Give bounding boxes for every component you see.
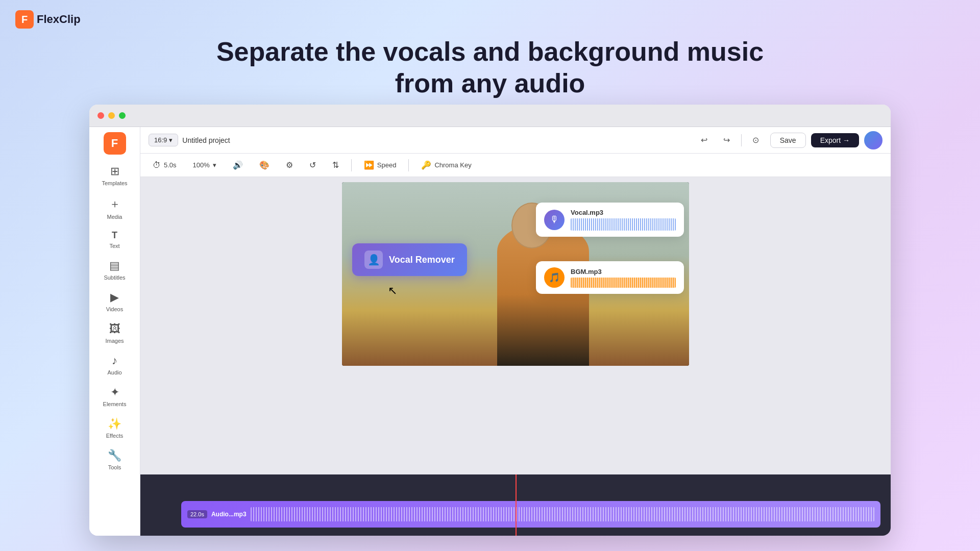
screenshot-button[interactable]: ⊙ [748, 132, 764, 148]
aspect-ratio-value: 16:9 [154, 136, 167, 144]
minimize-btn[interactable] [108, 112, 115, 119]
chroma-key-icon: 🔑 [421, 160, 431, 170]
adjust-item[interactable]: ⚙ [282, 158, 297, 172]
chevron-down-icon-zoom: ▾ [213, 161, 216, 169]
undo-button[interactable]: ↩ [696, 132, 713, 148]
sidebar-label-subtitles: Subtitles [104, 274, 125, 281]
divider [741, 134, 742, 146]
sidebar-label-effects: Effects [106, 433, 123, 439]
timeline-playhead [516, 474, 517, 536]
subtitles-icon: ▤ [109, 259, 120, 272]
tools-icon: 🔧 [108, 449, 121, 462]
sidebar-label-audio: Audio [107, 369, 121, 375]
timeline-track[interactable]: 22.0s Audio...mp3 [181, 501, 880, 528]
bgm-card: 🎵 BGM.mp3 [536, 261, 684, 294]
chevron-down-icon: ▾ [169, 136, 173, 144]
user-avatar[interactable] [864, 131, 883, 149]
sidebar-item-media[interactable]: ＋ Media [94, 192, 135, 224]
clock-icon: ⏱ [153, 161, 161, 170]
sidebar-item-subtitles[interactable]: ▤ Subtitles [94, 255, 135, 285]
reset-item[interactable]: ↺ [305, 158, 320, 172]
sidebar-label-videos: Videos [106, 306, 123, 312]
sidebar-item-audio[interactable]: ♪ Audio [94, 350, 135, 380]
track-filename: Audio...mp3 [211, 511, 247, 518]
vocal-info: Vocal.mp3 [571, 209, 676, 231]
duration-item[interactable]: ⏱ 5.0s [149, 159, 181, 172]
window-titlebar [89, 105, 891, 127]
media-icon: ＋ [109, 196, 120, 212]
redo-button[interactable]: ↪ [719, 132, 735, 148]
chroma-key-item[interactable]: 🔑 Chroma Key [417, 158, 475, 172]
sidebar-label-images: Images [105, 338, 124, 344]
speed-item[interactable]: ⏩ Speed [360, 158, 401, 172]
flip-item[interactable]: ⇅ [328, 158, 343, 172]
canvas-area: 👤 Vocal Remover ↖ 🎙 Vocal.mp3 [140, 177, 891, 474]
sidebar-logo-icon: F [104, 132, 126, 155]
logo-text: FlexClip [37, 13, 81, 26]
videos-icon: ▶ [110, 291, 119, 304]
sidebar-item-text[interactable]: T Text [94, 226, 135, 253]
logo-icon: F [15, 10, 34, 29]
flip-icon: ⇅ [332, 160, 339, 170]
speed-label: Speed [377, 161, 397, 169]
sidebar-label-text: Text [109, 243, 119, 249]
sidebar: F ⊞ Templates ＋ Media T Text ▤ Subtitles… [89, 127, 140, 536]
audio-icon: ♪ [112, 354, 117, 367]
vocal-remover-button[interactable]: 👤 Vocal Remover [352, 243, 467, 276]
zoom-value: 100% [193, 161, 210, 169]
vocal-remover-label: Vocal Remover [389, 255, 455, 265]
export-button[interactable]: Export → [811, 133, 859, 147]
headline-line2: from any audio [395, 68, 585, 98]
volume-icon: 🔊 [233, 160, 243, 170]
vocal-waveform [571, 218, 676, 231]
sidebar-label-media: Media [107, 214, 122, 220]
bgm-icon: 🎵 [544, 267, 565, 288]
reset-icon: ↺ [309, 160, 316, 170]
sidebar-item-images[interactable]: 🖼 Images [94, 318, 135, 348]
sidebar-item-tools[interactable]: 🔧 Tools [94, 445, 135, 474]
color-icon: 🎨 [259, 160, 270, 170]
video-preview: 👤 Vocal Remover ↖ 🎙 Vocal.mp3 [342, 182, 689, 366]
zoom-item[interactable]: 100% ▾ [189, 159, 220, 171]
volume-item[interactable]: 🔊 [229, 158, 247, 172]
sidebar-item-effects[interactable]: ✨ Effects [94, 413, 135, 443]
elements-icon: ✦ [110, 386, 119, 399]
sidebar-item-videos[interactable]: ▶ Videos [94, 287, 135, 316]
close-btn[interactable] [97, 112, 104, 119]
effects-icon: ✨ [108, 417, 121, 431]
project-title: Untitled project [182, 136, 230, 144]
toolbar-secondary: ⏱ 5.0s 100% ▾ 🔊 🎨 ⚙ ↺ [140, 154, 891, 177]
track-time: 22.0s [187, 510, 207, 518]
sidebar-label-tools: Tools [108, 464, 121, 470]
divider2 [408, 159, 409, 171]
bgm-filename: BGM.mp3 [571, 268, 676, 276]
images-icon: 🖼 [109, 322, 120, 336]
sidebar-item-elements[interactable]: ✦ Elements [94, 382, 135, 411]
toolbar-top: 16:9 ▾ Untitled project ↩ ↪ ⊙ Save Expor… [140, 127, 891, 154]
duration-value: 5.0s [164, 161, 177, 169]
timeline-area: 22.0s Audio...mp3 [140, 474, 891, 536]
bgm-info: BGM.mp3 [571, 268, 676, 288]
sidebar-label-templates: Templates [102, 180, 127, 186]
chroma-key-label: Chroma Key [434, 161, 471, 169]
bgm-waveform [571, 278, 676, 288]
vocal-filename: Vocal.mp3 [571, 209, 676, 216]
adjust-icon: ⚙ [286, 160, 293, 170]
audio-track[interactable]: 22.0s Audio...mp3 [181, 501, 880, 528]
save-button[interactable]: Save [770, 133, 806, 148]
aspect-ratio-button[interactable]: 16:9 ▾ [149, 134, 178, 146]
maximize-btn[interactable] [119, 112, 126, 119]
color-item[interactable]: 🎨 [255, 158, 274, 172]
text-icon: T [112, 230, 117, 241]
sidebar-item-templates[interactable]: ⊞ Templates [94, 161, 135, 190]
headline-line1: Separate the vocals and background music [216, 37, 764, 66]
sidebar-label-elements: Elements [103, 401, 127, 407]
speed-icon: ⏩ [364, 160, 374, 170]
app-window: F ⊞ Templates ＋ Media T Text ▤ Subtitles… [89, 105, 891, 536]
vocal-remover-icon: 👤 [364, 251, 383, 269]
track-waveform [251, 507, 874, 521]
templates-icon: ⊞ [110, 165, 119, 178]
headline: Separate the vocals and background music… [216, 36, 764, 99]
vocal-card: 🎙 Vocal.mp3 [536, 203, 684, 237]
logo: F FlexClip [15, 10, 81, 29]
